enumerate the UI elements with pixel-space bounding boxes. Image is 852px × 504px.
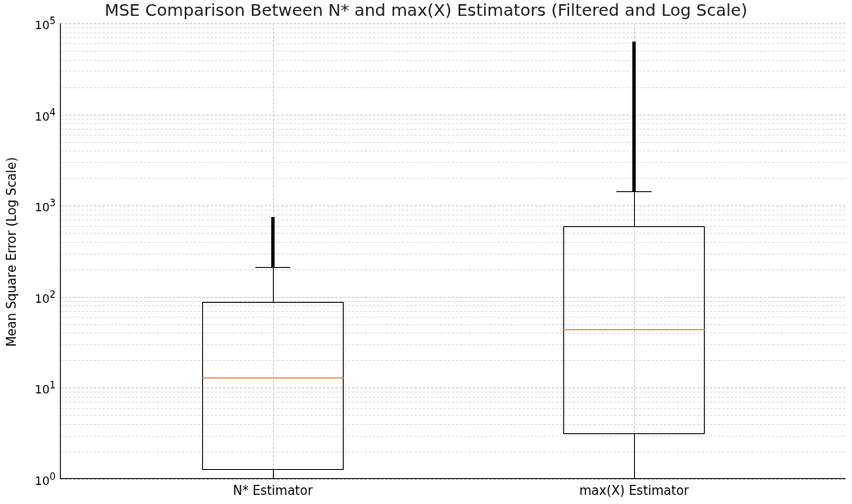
gridline-minor (61, 254, 845, 254)
gridline-minor (61, 43, 845, 44)
figure: MSE Comparison Between N* and max(X) Est… (0, 0, 852, 504)
whisker-high (273, 267, 274, 302)
whisker-low (273, 470, 274, 479)
x-tick-label: max(X) Estimator (579, 478, 689, 498)
gridline-minor (61, 60, 845, 61)
gridline-minor (61, 242, 845, 243)
gridline-major (61, 297, 845, 298)
gridline-minor (61, 392, 845, 393)
gridline-minor (61, 32, 845, 33)
gridline-minor (61, 210, 845, 210)
gridline-minor (61, 305, 845, 306)
y-tick-label: 105 (35, 15, 61, 32)
gridline-minor (61, 215, 845, 215)
gridline-major (61, 479, 845, 480)
outlier-cluster (271, 217, 275, 268)
gridline-minor (61, 301, 845, 302)
whisker-high (634, 191, 635, 226)
gridline-minor (61, 233, 845, 234)
gridline-minor (61, 123, 845, 124)
gridline-major (61, 205, 845, 206)
gridline-minor (61, 402, 845, 403)
y-tick-label: 100 (35, 471, 61, 487)
x-tick-label: N* Estimator (233, 478, 313, 498)
median-line (202, 378, 344, 378)
gridline-minor (61, 311, 845, 312)
y-tick-label: 101 (35, 380, 61, 397)
gridline-minor (61, 360, 845, 361)
gridline-minor (61, 424, 845, 425)
y-tick-label: 103 (35, 197, 61, 214)
gridline-minor (61, 397, 845, 398)
outlier-cluster (632, 42, 636, 191)
gridline-minor (61, 333, 845, 334)
cap-high (255, 267, 290, 268)
y-tick-label: 104 (35, 106, 61, 123)
median-line (563, 329, 705, 330)
gridline-minor (61, 317, 845, 318)
gridline-minor (61, 178, 845, 179)
gridline-major (61, 23, 845, 24)
gridline-minor (61, 344, 845, 345)
gridline-minor (61, 226, 845, 227)
gridline-minor (61, 87, 845, 88)
gridline-minor (61, 129, 845, 130)
gridline-major (61, 115, 845, 116)
cap-high (617, 191, 651, 192)
gridline-minor (61, 269, 845, 270)
gridline-minor (61, 142, 845, 143)
gridline-minor (61, 436, 845, 437)
gridline-minor (61, 452, 845, 452)
gridline-minor (61, 71, 845, 72)
gridline-minor (61, 27, 845, 28)
gridline-major (61, 388, 845, 388)
box (202, 302, 344, 470)
gridline-minor (61, 37, 845, 38)
plot-area: 100101102103104105N* Estimatormax(X) Est… (60, 23, 845, 479)
gridline-minor (61, 119, 845, 120)
gridline-minor (61, 415, 845, 416)
gridline-minor (61, 151, 845, 151)
gridline-minor (61, 324, 845, 325)
y-axis-label: Mean Square Error (Log Scale) (0, 0, 23, 504)
gridline-minor (61, 162, 845, 163)
whisker-low (634, 434, 635, 479)
gridline-minor (61, 220, 845, 220)
gridline-minor (61, 51, 845, 52)
gridline-minor (61, 135, 845, 136)
y-tick-label: 102 (35, 289, 61, 305)
gridline-minor (61, 408, 845, 409)
chart-title: MSE Comparison Between N* and max(X) Est… (0, 0, 852, 20)
y-axis-label-text: Mean Square Error (Log Scale) (4, 157, 19, 347)
